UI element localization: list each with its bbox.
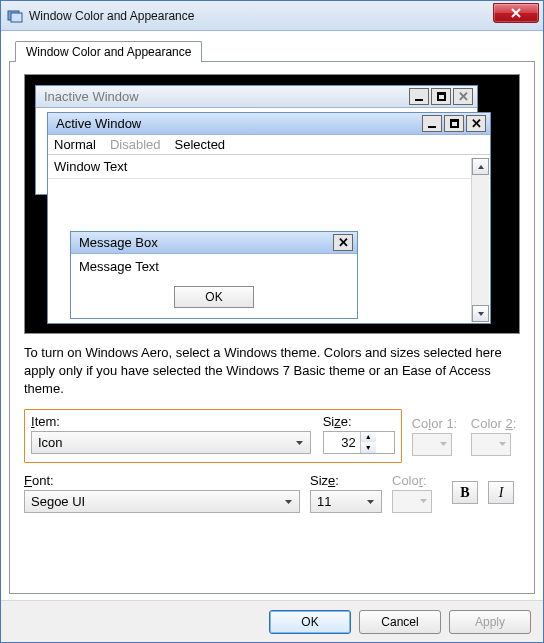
item-row: Item: Icon Size: ▲ ▼ [24, 409, 520, 463]
chevron-down-icon [419, 494, 428, 508]
app-icon [7, 8, 23, 24]
bold-label: B [460, 485, 469, 501]
preview-window-text: Window Text [48, 155, 490, 179]
font-color-label: Color: [392, 473, 442, 488]
message-box-titlebar: Message Box ✕ [71, 232, 357, 254]
active-window-title: Active Window [56, 116, 141, 131]
spin-up-icon[interactable]: ▲ [361, 432, 376, 443]
italic-button[interactable]: I [488, 481, 514, 504]
chevron-down-icon [280, 491, 297, 512]
item-value: Icon [38, 435, 63, 450]
message-box-text: Message Text [71, 254, 357, 284]
italic-label: I [499, 485, 504, 501]
item-size-input[interactable] [324, 432, 360, 453]
item-size-label: Size: [323, 414, 395, 429]
minimize-icon[interactable] [422, 115, 442, 132]
svg-rect-1 [11, 13, 22, 22]
preview-menubar: Normal Disabled Selected [48, 135, 490, 155]
scroll-down-icon[interactable] [472, 305, 489, 322]
close-icon [510, 8, 522, 18]
font-size-combo[interactable]: 11 [310, 490, 382, 513]
tab-pane: Inactive Window ✕ Active Window [9, 61, 535, 594]
ok-label: OK [301, 615, 318, 629]
chevron-down-icon [291, 432, 308, 453]
scroll-up-icon[interactable] [472, 158, 489, 175]
menu-disabled: Disabled [110, 137, 161, 152]
item-label: Item: [31, 414, 311, 429]
preview-active-window[interactable]: Active Window ✕ Normal Disabled Selected… [47, 112, 491, 324]
close-icon[interactable]: ✕ [333, 234, 353, 251]
font-size-label: Size: [310, 473, 382, 488]
font-label: Font: [24, 473, 300, 488]
inactive-window-buttons: ✕ [407, 88, 473, 105]
chevron-down-icon [439, 437, 448, 451]
maximize-icon[interactable] [444, 115, 464, 132]
dialog-body: Window Color and Appearance Inactive Win… [1, 31, 543, 600]
font-combo[interactable]: Segoe UI [24, 490, 300, 513]
color1-combo [412, 433, 452, 456]
message-box-title: Message Box [79, 235, 158, 250]
chevron-down-icon [362, 491, 379, 512]
close-button[interactable] [493, 3, 539, 23]
minimize-icon[interactable] [409, 88, 429, 105]
apply-button[interactable]: Apply [449, 610, 531, 634]
tab-row: Window Color and Appearance [9, 37, 535, 61]
chevron-down-icon [498, 437, 507, 451]
inactive-window-title: Inactive Window [44, 89, 139, 104]
item-size-spinner[interactable]: ▲ ▼ [323, 431, 395, 454]
titlebar: Window Color and Appearance [1, 1, 543, 31]
active-window-titlebar: Active Window ✕ [48, 113, 490, 135]
color1-label: Color 1: [412, 416, 461, 431]
ok-button[interactable]: OK [269, 610, 351, 634]
tab-label: Window Color and Appearance [26, 45, 191, 59]
menu-selected[interactable]: Selected [175, 137, 226, 152]
tab-appearance[interactable]: Window Color and Appearance [15, 41, 202, 62]
bold-button[interactable]: B [452, 481, 478, 504]
preview-area: Inactive Window ✕ Active Window [24, 74, 520, 334]
inactive-window-titlebar: Inactive Window ✕ [36, 86, 477, 108]
font-row: Font: Segoe UI Size: 11 Color: [24, 473, 520, 513]
window-title: Window Color and Appearance [29, 9, 194, 23]
font-color-combo [392, 490, 432, 513]
ok-label: OK [205, 290, 222, 304]
color2-combo [471, 433, 511, 456]
preview-message-box[interactable]: Message Box ✕ Message Text OK [70, 231, 358, 319]
font-size-value: 11 [317, 494, 331, 509]
preview-scrollbar[interactable] [471, 158, 489, 322]
message-box-ok-button[interactable]: OK [174, 286, 254, 308]
font-value: Segoe UI [31, 494, 85, 509]
apply-label: Apply [475, 615, 505, 629]
description-text: To turn on Windows Aero, select a Window… [24, 344, 520, 399]
close-icon[interactable]: ✕ [453, 88, 473, 105]
item-highlight: Item: Icon Size: ▲ ▼ [24, 409, 402, 463]
cancel-button[interactable]: Cancel [359, 610, 441, 634]
maximize-icon[interactable] [431, 88, 451, 105]
item-combo[interactable]: Icon [31, 431, 311, 454]
active-window-buttons: ✕ [420, 115, 486, 132]
close-icon[interactable]: ✕ [466, 115, 486, 132]
dialog-window: Window Color and Appearance Window Color… [0, 0, 544, 643]
spin-down-icon[interactable]: ▼ [361, 442, 376, 453]
dialog-footer: OK Cancel Apply [1, 600, 543, 642]
cancel-label: Cancel [381, 615, 418, 629]
menu-normal[interactable]: Normal [54, 137, 96, 152]
color2-label: Color 2: [471, 416, 520, 431]
